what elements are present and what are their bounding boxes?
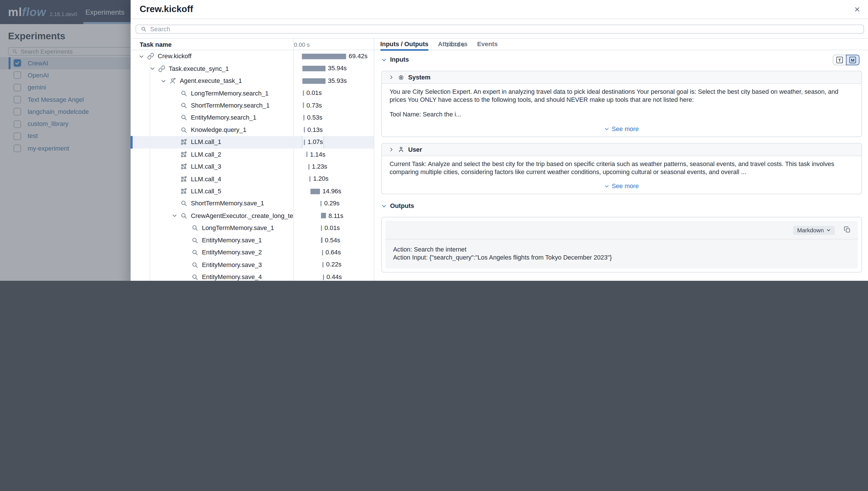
span-row-longtermmemory-search-1[interactable]: LongTermMemory.search_10.01s bbox=[131, 87, 374, 99]
span-name: LLM.call_3 bbox=[191, 163, 221, 170]
span-name: Crew.kickoff bbox=[158, 53, 192, 60]
duration-label: 0.53s bbox=[307, 112, 323, 124]
chevron-right-icon bbox=[389, 147, 394, 152]
chevron-down-icon bbox=[604, 126, 609, 132]
span-timeline-cell: 1.20s bbox=[293, 173, 374, 185]
llm-icon bbox=[180, 151, 187, 158]
span-row-entitymemory-save-3[interactable]: EntityMemory.save_30.22s bbox=[131, 259, 374, 271]
trace-search-input[interactable]: Search bbox=[136, 24, 864, 34]
retriever-icon bbox=[180, 126, 187, 134]
span-timeline-cell: 0.01s bbox=[293, 222, 374, 234]
user-icon bbox=[398, 146, 404, 153]
span-name: LongTermMemory.search_1 bbox=[191, 89, 269, 97]
expand-chevron[interactable] bbox=[150, 66, 155, 71]
span-name: LongTermMemory.save_1 bbox=[202, 225, 274, 232]
drawer-header: Crew.kickoff × bbox=[131, 0, 868, 19]
span-row-shorttermmemory-search-1[interactable]: ShortTermMemory.search_10.73s bbox=[131, 99, 374, 112]
see-more-link[interactable]: See more bbox=[389, 125, 853, 133]
message-paragraph: Current Task: Analyze and select the bes… bbox=[389, 161, 853, 176]
span-row-knowledge-query-1[interactable]: Knowledge.query_10.13s bbox=[131, 124, 374, 136]
task-name-column-header: Task name bbox=[140, 39, 172, 50]
duration-label: 69.42s bbox=[349, 50, 368, 62]
duration-label: 1.14s bbox=[310, 148, 325, 161]
tab-inputs-outputs[interactable]: Inputs / Outputs bbox=[380, 39, 429, 50]
chevron-down-icon bbox=[161, 78, 166, 83]
message-card-header[interactable]: User bbox=[381, 143, 861, 156]
duration-bar bbox=[304, 127, 305, 133]
span-row-entitymemory-save-4[interactable]: EntityMemory.save_40.44s bbox=[131, 271, 374, 281]
duration-bar bbox=[304, 139, 305, 145]
span-row-entitymemory-save-2[interactable]: EntityMemory.save_20.64s bbox=[131, 247, 374, 259]
message-card-header[interactable]: System bbox=[381, 71, 861, 84]
span-row-crew-kickoff[interactable]: Crew.kickoff69.42s bbox=[131, 50, 374, 62]
llm-icon bbox=[180, 139, 187, 146]
search-icon bbox=[141, 26, 147, 32]
message-card-system: SystemYou are City Selection Expert. An … bbox=[381, 71, 862, 137]
inputs-section-header[interactable]: Inputs TM bbox=[381, 55, 862, 65]
retriever-icon bbox=[180, 89, 187, 97]
span-timeline-cell: 35.93s bbox=[293, 75, 374, 87]
expand-chevron[interactable] bbox=[172, 213, 178, 219]
trace-drawer: Crew.kickoff × Search Task name 0.00 s 3… bbox=[131, 0, 868, 281]
duration-label: 0.13s bbox=[307, 124, 323, 136]
expand-chevron[interactable] bbox=[139, 54, 144, 59]
span-row-entitymemory-save-1[interactable]: EntityMemory.save_10.54s bbox=[131, 234, 374, 247]
span-row-longtermmemory-save-1[interactable]: LongTermMemory.save_10.01s bbox=[131, 222, 374, 234]
output-line: Action Input: {"search_query":"Los Angel… bbox=[393, 254, 850, 262]
duration-label: 0.73s bbox=[306, 99, 322, 112]
chevron-down-icon bbox=[381, 57, 386, 62]
span-row-shorttermmemory-save-1[interactable]: ShortTermMemory.save_10.29s bbox=[131, 197, 374, 210]
markdown-icon: M bbox=[850, 57, 856, 63]
close-icon[interactable]: × bbox=[855, 0, 860, 19]
message-body: You are City Selection Expert. An expert… bbox=[381, 84, 861, 137]
span-name: Task.execute_sync_1 bbox=[169, 65, 229, 72]
retriever-icon bbox=[191, 261, 199, 268]
duration-bar bbox=[302, 66, 325, 71]
duration-bar bbox=[321, 225, 322, 231]
span-row-crewagentexecutor-create-long-term-memory[interactable]: CrewAgentExecutor._create_long_term_memo… bbox=[131, 210, 374, 222]
duration-label: 0.64s bbox=[325, 247, 341, 259]
span-row-task-execute-sync-1[interactable]: Task.execute_sync_135.94s bbox=[131, 62, 374, 75]
copy-icon[interactable] bbox=[843, 226, 851, 233]
span-row-agent-execute-task-1[interactable]: Agent.execute_task_135.93s bbox=[131, 75, 374, 87]
format-selector-dropdown[interactable]: Markdown bbox=[793, 226, 835, 235]
duration-label: 1.20s bbox=[313, 173, 329, 185]
span-row-llm-call-4[interactable]: LLM.call_41.20s bbox=[131, 173, 374, 185]
outputs-panel-header: Markdown bbox=[385, 221, 858, 239]
message-paragraph: Tool Name: Search the i... bbox=[389, 111, 853, 119]
span-row-llm-call-1[interactable]: LLM.call_11.07s bbox=[131, 136, 374, 148]
duration-bar bbox=[308, 164, 309, 170]
chevron-down-icon bbox=[604, 126, 609, 132]
llm-icon bbox=[180, 163, 187, 170]
message-card-user: UserCurrent Task: Analyze and select the… bbox=[381, 143, 862, 194]
span-row-entitymemory-search-1[interactable]: EntityMemory.search_10.53s bbox=[131, 112, 374, 124]
text-view-button[interactable]: T bbox=[833, 55, 846, 65]
tab-attributes[interactable]: Attributes bbox=[438, 39, 468, 50]
drawer-body: Task name 0.00 s 34.71 s Crew.kickoff69.… bbox=[131, 38, 868, 281]
duration-label: 35.93s bbox=[328, 75, 347, 87]
see-more-link[interactable]: See more bbox=[389, 183, 853, 190]
expand-chevron[interactable] bbox=[161, 78, 166, 83]
markdown-view-button[interactable]: M bbox=[846, 55, 859, 65]
duration-label: 14.96s bbox=[322, 185, 341, 197]
duration-bar bbox=[321, 201, 322, 206]
duration-label: 0.01s bbox=[325, 222, 340, 234]
duration-label: 8.11s bbox=[328, 210, 343, 222]
input-messages: SystemYou are City Selection Expert. An … bbox=[381, 71, 862, 195]
retriever-icon bbox=[180, 212, 187, 220]
retriever-icon bbox=[191, 237, 199, 244]
duration-bar bbox=[322, 250, 323, 255]
duration-bar bbox=[302, 54, 346, 59]
tab-events[interactable]: Events bbox=[477, 39, 498, 50]
span-row-llm-call-2[interactable]: LLM.call_21.14s bbox=[131, 148, 374, 161]
message-role: User bbox=[408, 146, 422, 153]
span-name: LLM.call_1 bbox=[191, 139, 221, 146]
span-row-llm-call-3[interactable]: LLM.call_31.23s bbox=[131, 161, 374, 173]
span-name: EntityMemory.save_1 bbox=[202, 237, 262, 244]
trace-title: Crew.kickoff bbox=[140, 4, 193, 15]
span-name: LLM.call_5 bbox=[191, 188, 221, 195]
span-row-llm-call-5[interactable]: LLM.call_514.96s bbox=[131, 185, 374, 197]
duration-bar bbox=[310, 189, 320, 194]
detail-tabs: Inputs / OutputsAttributesEvents bbox=[374, 39, 868, 50]
outputs-section-header[interactable]: Outputs bbox=[381, 201, 862, 211]
